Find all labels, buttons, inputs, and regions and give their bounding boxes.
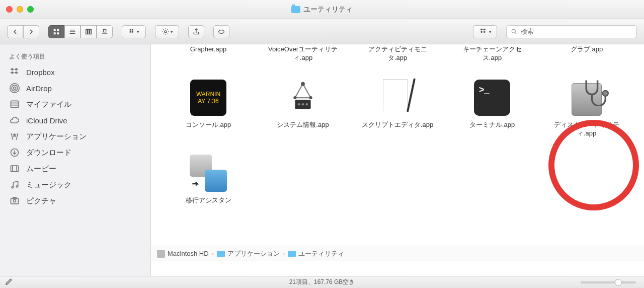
app-item[interactable]: Grapher.app	[166, 45, 251, 62]
app-item[interactable]: グラブ.app	[544, 45, 629, 62]
app-label: VoiceOverユーティリティ.app	[265, 45, 341, 62]
svg-rect-2	[54, 32, 56, 34]
app-item-system-info[interactable]: システム情報.app	[261, 78, 345, 138]
sidebar: よく使う項目 Dropbox AirDrop マイファイル iCloud Dri…	[0, 44, 151, 276]
svg-point-21	[12, 85, 18, 91]
svg-point-30	[12, 186, 13, 188]
window-title: ユーティリティ	[291, 5, 353, 14]
app-label: グラブ.app	[571, 45, 603, 54]
airdrop-icon	[9, 83, 20, 94]
app-label: コンソール.app	[186, 121, 231, 129]
svg-point-38	[305, 103, 308, 106]
movies-icon	[9, 163, 20, 174]
action-button[interactable]: ▾	[155, 25, 179, 38]
search-input[interactable]	[521, 28, 632, 35]
sidebar-favorites-header: よく使う項目	[0, 49, 150, 64]
action-group: ▾	[155, 25, 179, 38]
svg-point-39	[301, 82, 305, 86]
nav-buttons	[7, 25, 39, 38]
arrange-button[interactable]: ▾	[122, 25, 146, 38]
sidebar-item-airdrop[interactable]: AirDrop	[0, 80, 150, 96]
zoom-window-button[interactable]	[27, 6, 34, 13]
app-item[interactable]: アクティビティモニタ.app	[355, 45, 440, 62]
view-coverflow-button[interactable]	[97, 25, 113, 38]
svg-point-41	[309, 96, 312, 99]
app-item-console[interactable]: WARNINAY 7:36 コンソール.app	[166, 78, 251, 138]
app-label: 移行アシスタン	[186, 196, 231, 205]
app-item-migration-assistant[interactable]: 移行アシスタン	[166, 153, 251, 205]
svg-rect-14	[129, 31, 131, 32]
svg-point-16	[165, 31, 167, 33]
back-button[interactable]	[7, 25, 23, 38]
system-info-icon	[283, 78, 323, 118]
sidebar-item-label: アプリケーション	[26, 132, 87, 141]
tags-button[interactable]	[213, 25, 229, 38]
svg-rect-7	[86, 29, 88, 34]
terminal-icon: >_	[472, 78, 512, 118]
app-label: ターミナル.app	[469, 121, 515, 129]
folder-icon	[291, 6, 300, 13]
dropbox-toolbar-button[interactable]: ▾	[473, 25, 497, 38]
sidebar-item-label: マイファイル	[26, 100, 71, 109]
sidebar-item-label: AirDrop	[26, 84, 52, 93]
migration-assistant-icon	[188, 153, 228, 193]
window-controls	[6, 6, 34, 13]
sidebar-item-movies[interactable]: ムービー	[0, 161, 150, 177]
app-label: スクリプトエディタ.app	[362, 121, 433, 129]
sidebar-item-label: ミュージック	[26, 180, 71, 190]
search-field[interactable]	[506, 25, 637, 38]
path-crumb[interactable]: Macintosh HD	[157, 250, 209, 258]
close-window-button[interactable]	[6, 6, 13, 13]
svg-rect-0	[54, 29, 56, 31]
sidebar-item-pictures[interactable]: ピクチャ	[0, 193, 150, 209]
sidebar-item-downloads[interactable]: ダウンロード	[0, 145, 150, 161]
view-column-button[interactable]	[80, 25, 97, 38]
downloads-icon	[9, 147, 20, 158]
icon-size-slider[interactable]	[581, 281, 636, 283]
sidebar-item-applications[interactable]: アプリケーション	[0, 128, 150, 145]
path-crumb[interactable]: アプリケーション	[217, 249, 280, 258]
view-icon-button[interactable]	[48, 25, 64, 38]
svg-point-20	[14, 87, 16, 90]
minimize-window-button[interactable]	[17, 6, 23, 13]
sidebar-item-label: Dropbox	[26, 68, 55, 77]
svg-point-36	[298, 103, 300, 106]
path-separator: ›	[283, 250, 285, 257]
svg-rect-10	[103, 29, 106, 32]
app-item[interactable]: VoiceOverユーティリティ.app	[261, 45, 345, 62]
svg-point-33	[14, 200, 16, 202]
svg-rect-27	[11, 166, 19, 172]
app-item-terminal[interactable]: >_ ターミナル.app	[450, 78, 534, 138]
app-item[interactable]: キーチェーンアクセス.app	[450, 45, 534, 62]
sidebar-item-icloud[interactable]: iCloud Drive	[0, 112, 150, 128]
music-icon	[9, 179, 20, 190]
svg-line-19	[515, 32, 517, 34]
app-item-script-editor[interactable]: スクリプトエディタ.app	[355, 78, 440, 138]
forward-button[interactable]	[23, 25, 39, 38]
app-label: キーチェーンアクセス.app	[454, 45, 530, 62]
titlebar: ユーティリティ	[0, 0, 644, 19]
path-bar: Macintosh HD › アプリケーション › ユーティリティ	[151, 246, 644, 261]
search-icon	[511, 28, 518, 35]
sidebar-item-dropbox[interactable]: Dropbox	[0, 64, 150, 80]
sidebar-item-label: iCloud Drive	[26, 116, 67, 125]
svg-rect-12	[129, 29, 131, 30]
sidebar-item-music[interactable]: ミュージック	[0, 177, 150, 193]
path-crumb[interactable]: ユーティリティ	[288, 249, 344, 258]
svg-point-31	[16, 186, 18, 187]
window-title-text: ユーティリティ	[303, 5, 353, 14]
view-list-button[interactable]	[64, 25, 80, 38]
applications-icon	[9, 131, 20, 142]
share-button[interactable]	[188, 25, 204, 38]
sidebar-item-label: ピクチャ	[26, 196, 56, 206]
svg-rect-13	[131, 29, 133, 30]
sidebar-item-myfiles[interactable]: マイファイル	[0, 96, 150, 112]
app-item-disk-utility[interactable]: ディスクユーティリティ.app	[544, 78, 629, 138]
folder-icon	[217, 251, 225, 257]
svg-point-42	[603, 91, 608, 96]
edit-icon[interactable]	[5, 277, 13, 287]
svg-rect-9	[90, 29, 92, 34]
app-label: Grapher.app	[190, 45, 226, 54]
svg-point-18	[512, 29, 515, 33]
icloud-icon	[9, 115, 20, 126]
